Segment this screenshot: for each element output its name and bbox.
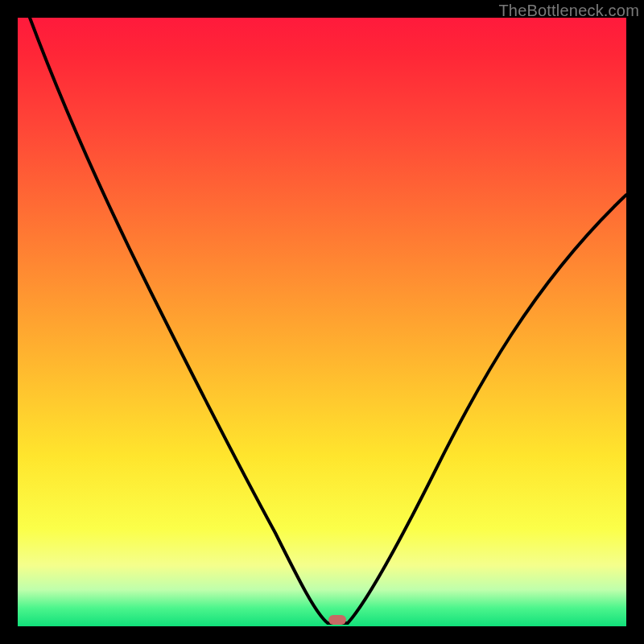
bottleneck-curve xyxy=(18,18,626,626)
optimal-marker xyxy=(328,615,346,625)
chart-frame: TheBottleneck.com xyxy=(0,0,644,644)
chart-plot-area xyxy=(18,18,626,626)
watermark-text: TheBottleneck.com xyxy=(498,2,639,20)
curve-path xyxy=(30,18,626,623)
